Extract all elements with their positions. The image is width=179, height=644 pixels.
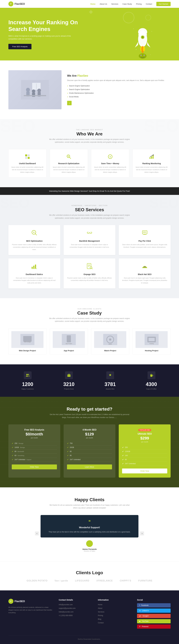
social-pinterest-button[interactable]: P Pinterest xyxy=(137,624,170,629)
nav-link-pricing[interactable]: Pricing xyxy=(136,3,142,5)
market-card-2: Research Optimization Ipsum dolor sit am… xyxy=(50,149,88,178)
plan-feature-2-5: ✓ 24/7 Unlimited xyxy=(67,458,112,462)
info-link-1[interactable]: Home xyxy=(98,604,102,606)
author-avatar xyxy=(86,540,93,547)
client-logo-4: //FREELANCE xyxy=(96,580,113,582)
service-card-onpage: Onpage SEO Fluorem wante mare is ultar t… xyxy=(64,258,115,288)
logo[interactable]: F FlaxSEO xyxy=(9,2,25,6)
client-logo-1: GOLDEN POTATO xyxy=(27,580,48,582)
testimonial-prev-button[interactable]: ‹ xyxy=(35,532,39,536)
plan-feature-2-2: ✓ 20GB xyxy=(67,446,112,450)
plan-name-3: Ultimate SEO xyxy=(122,433,167,435)
nav-link-home[interactable]: Home xyxy=(90,3,95,5)
contact-link-4[interactable]: +1 (333) 000-0000 xyxy=(59,614,73,616)
pricing-description: Get the Hot Latest Treatment Just 129 pe… xyxy=(48,413,131,419)
facebook-label: Facebook xyxy=(141,604,148,606)
svg-rect-26 xyxy=(25,154,27,156)
stat-coffee: 4300 Cups of Coffee xyxy=(132,371,170,390)
case-img-2: App Project xyxy=(53,331,85,348)
case-card-4: Hosting Hosting Project xyxy=(133,328,170,354)
info-link-5[interactable]: Blog xyxy=(98,618,101,620)
case-img-1: Web Design xyxy=(11,331,44,348)
plan-price-1: $0/month xyxy=(12,432,57,436)
svg-text:Watch: Watch xyxy=(108,344,112,345)
svg-text:App Project: App Project xyxy=(66,343,72,344)
clients-logo-section: Clients Logo GOLDEN POTATO Van i garde L… xyxy=(0,562,179,590)
contact-item-4: +1 (333) 000-0000 xyxy=(59,614,92,617)
service-3-title: Pay Per Click xyxy=(122,240,167,242)
testimonial-title: Wonderful Support! xyxy=(46,526,133,529)
about-next-button[interactable]: › xyxy=(67,101,72,105)
service-1-title: SEO Optimization xyxy=(12,240,57,242)
svg-rect-27 xyxy=(28,154,30,156)
social-youtube-button[interactable]: ▶ YouTube xyxy=(137,619,170,623)
footer-copyright: Built by Dreamstale Investments... xyxy=(9,635,170,640)
briefcase-icon xyxy=(65,371,73,379)
plan-feature-1-5: ✓ 24/7 Unlimited Support xyxy=(12,458,57,462)
about-description: Discover upon the of briefly applies sec… xyxy=(67,79,170,82)
info-link-3[interactable]: Services xyxy=(98,611,104,613)
svg-line-41 xyxy=(35,234,37,235)
logos-row: GOLDEN POTATO Van i garde LIFEGUARD //FR… xyxy=(9,580,170,582)
case-grid: Web Design Web Design Project App Projec… xyxy=(9,328,170,354)
order-btn-1[interactable]: Order Now xyxy=(12,464,57,469)
plan-feature-2-4: ✓ 95 xyxy=(67,454,112,458)
dashboard-statics-icon xyxy=(30,262,39,271)
case-img-4: Hosting xyxy=(135,331,168,348)
social-google-button[interactable]: g+ Google+ xyxy=(137,614,170,618)
plan-feature-1-1: ✓ 250 Storage xyxy=(12,442,57,446)
card-1-desc: Ipsum dolor sit amet consectetur adipisc… xyxy=(11,166,44,174)
footer-social-title: Social xyxy=(137,599,170,601)
nav-link-case[interactable]: Case Study xyxy=(122,3,132,5)
plan-feature-3-5: ✓ 24/7 Unlimited xyxy=(122,462,167,466)
contact-item-1: info@yoursite.com xyxy=(59,603,92,606)
testimonial-text: They have yet so the best in time with t… xyxy=(46,530,133,533)
plan-period-1: per month xyxy=(12,437,57,439)
case-img-3: Watch xyxy=(94,331,126,348)
case-title: Case Study xyxy=(9,310,170,316)
hero-description: With it, what I'd improve is a landing p… xyxy=(9,34,78,40)
nav-link-contact[interactable]: Contact xyxy=(146,3,152,5)
social-linkedin-button[interactable]: in Linked In xyxy=(137,608,170,613)
order-btn-3[interactable]: Order Now xyxy=(122,468,167,474)
stat-label-2: Projects Done xyxy=(50,388,88,390)
info-link-4[interactable]: Pricing xyxy=(98,614,103,616)
about-features-list: Search Engine Optimization Search Engine… xyxy=(67,84,170,98)
about-feature-1: Search Engine Optimization xyxy=(67,84,170,88)
logo-text: FlaxSEO xyxy=(15,2,25,6)
youtube-icon: ▶ xyxy=(139,620,140,622)
nav-link-about[interactable]: About Us xyxy=(100,3,107,5)
service-6-desc: Duis aute irure in at ulquis eget quat. … xyxy=(122,277,167,284)
svg-point-10 xyxy=(150,54,151,55)
info-link-2[interactable]: About xyxy=(98,607,102,609)
hero-content: Increase Your Ranking On Search Engines … xyxy=(9,19,78,49)
hero-deco-diamond xyxy=(89,10,93,14)
svg-point-21 xyxy=(32,90,35,93)
info-link-6[interactable]: Contact xyxy=(98,622,104,624)
hero-section: Increase Your Ranking On Search Engines … xyxy=(0,8,179,60)
footer-brand: F FlaxSEO All of those perfectly planned… xyxy=(9,599,53,630)
contact-link-1[interactable]: info@yoursite.com xyxy=(59,604,73,606)
nav-cta-button[interactable]: Get Started xyxy=(156,2,170,6)
nav-link-services[interactable]: Services xyxy=(111,3,118,5)
contact-link-3[interactable]: hello@yoursite.com xyxy=(59,611,74,613)
market-description: We offer unlimited solutions to all your… xyxy=(48,138,131,144)
stat-num-4: 4300 xyxy=(132,382,170,387)
market-cards-grid: Useful Dashboard Ipsum dolor sit amet co… xyxy=(9,149,170,178)
pricing-section: Ready to get started? Get the Hot Latest… xyxy=(0,397,179,487)
plan-feature-1-3: ✓ 80 Bandwidth xyxy=(12,450,57,454)
footer-info-list: Home About Services Pricing Blog Contact xyxy=(98,603,131,624)
social-facebook-button[interactable]: f Facebook xyxy=(137,603,170,608)
order-btn-2[interactable]: Learn More xyxy=(67,464,112,469)
testimonial-next-button[interactable]: › xyxy=(140,532,144,536)
svg-rect-38 xyxy=(152,155,153,159)
hero-cta-button[interactable]: Free SEO Analysis xyxy=(9,44,32,49)
testimonial-card: ❝ Wonderful Support! They have yet so th… xyxy=(41,515,138,538)
svg-point-19 xyxy=(26,88,30,92)
plan-feature-2-3: ✓ 80 xyxy=(67,450,112,454)
google-icon: g+ xyxy=(139,615,141,617)
price-card-ultimate: POPULAR ONE Ultimate SEO $299 per month … xyxy=(119,424,170,478)
contact-link-2[interactable]: support@yoursite.com xyxy=(59,607,76,609)
footer-grid: F FlaxSEO All of those perfectly planned… xyxy=(9,599,170,630)
pricing-title: Ready to get started? xyxy=(9,406,170,412)
